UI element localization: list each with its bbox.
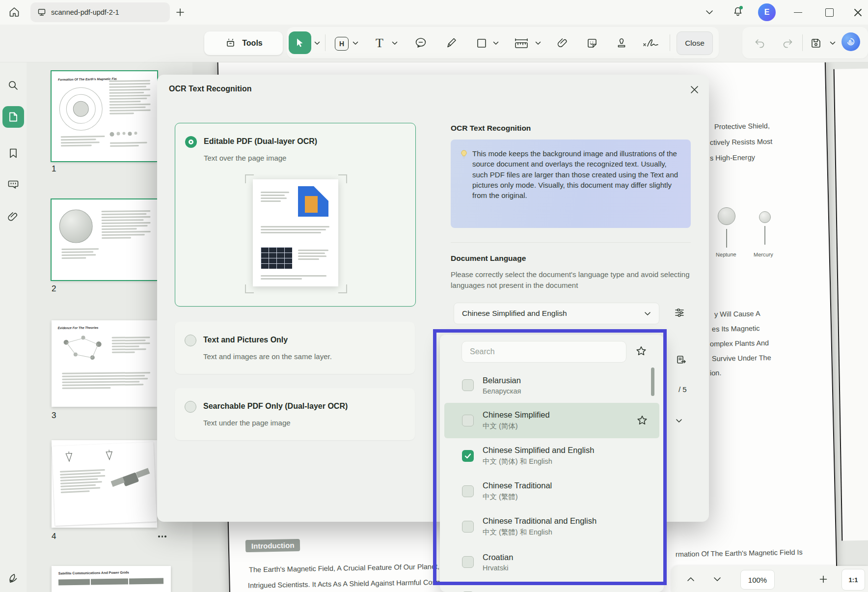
favorites-star-icon[interactable]	[633, 343, 649, 359]
page-number: 3	[52, 411, 56, 421]
maximize-button[interactable]	[823, 6, 836, 19]
attach-tool-icon[interactable]	[554, 34, 571, 52]
new-tab-button[interactable]	[173, 5, 188, 20]
option-searchable-pdf[interactable]: Searchable PDF Only (Dual-layer OCR) Tex…	[175, 388, 415, 440]
measure-tool-icon[interactable]	[512, 34, 531, 52]
zoom-level[interactable]: 100%	[740, 570, 775, 590]
radio-unselected[interactable]	[185, 401, 196, 413]
text-tool-chevron-icon[interactable]	[391, 39, 399, 47]
doc-heading: Introduction	[245, 539, 300, 552]
option-desc: Text under the page image	[203, 419, 291, 427]
language-row-chinese-simplified-english[interactable]: Chinese Simplified and English 中文 (简体) 和…	[444, 438, 659, 474]
page-thumbnail-5[interactable]: Satellite Communications And Power Grids	[52, 566, 171, 592]
actual-size-button[interactable]: 1:1	[841, 569, 865, 591]
save-icon[interactable]	[807, 34, 825, 52]
dialog-close-icon[interactable]	[687, 83, 701, 96]
checkbox-unchecked[interactable]	[462, 556, 474, 568]
heading-tool-icon[interactable]: H	[335, 37, 349, 51]
language-native: Беларуская	[483, 387, 521, 395]
palette-icon[interactable]	[2, 567, 24, 589]
language-row-chinese-simplified[interactable]: Chinese Simplified 中文 (简体)	[444, 403, 659, 438]
option-title: Searchable PDF Only (Dual-layer OCR)	[203, 402, 348, 411]
redo-icon[interactable]	[779, 34, 796, 52]
heading-tool-chevron-icon[interactable]	[352, 39, 359, 47]
language-native: 中文 (简体) 和 English	[483, 457, 594, 466]
ai-assistant-button[interactable]	[841, 32, 860, 51]
text-tool-icon[interactable]: T	[371, 34, 388, 52]
language-row-chinese-traditional[interactable]: Chinese Traditional 中文 (繁體)	[444, 474, 659, 509]
more-options-icon[interactable]	[158, 536, 166, 537]
page-range-icon[interactable]	[674, 353, 688, 367]
language-row-chinese-traditional-english[interactable]: Chinese Traditional and English 中文 (繁體) …	[444, 509, 659, 544]
zoom-in-button[interactable]	[816, 572, 831, 587]
next-page-button[interactable]	[710, 573, 725, 586]
language-settings-icon[interactable]	[672, 305, 687, 320]
language-native: Hrvatski	[483, 564, 513, 572]
planet-illustration	[759, 211, 771, 223]
attachments-icon[interactable]	[2, 206, 24, 228]
doc-text-fragment: es Its Magnetic	[712, 324, 760, 333]
document-tab[interactable]: scanned-pdf-updf-2-1	[30, 2, 170, 22]
dialog-title: OCR Text Recognition	[169, 85, 252, 93]
option-desc: Text over the page image	[204, 154, 286, 162]
language-select-value: Chinese Simplified and English	[462, 309, 567, 318]
page-thumbnail-1[interactable]: Formation Of The Earth's Magnetic Field	[52, 71, 157, 161]
language-search-input[interactable]	[461, 341, 626, 363]
thumbnails-sidebar-icon[interactable]	[2, 106, 24, 128]
row-star-icon[interactable]	[636, 414, 649, 427]
bookmark-icon[interactable]	[2, 142, 24, 164]
user-avatar[interactable]: E	[758, 3, 776, 21]
option-editable-pdf[interactable]: Editable PDF (Dual-layer OCR) Text over …	[175, 123, 416, 307]
language-row-belarusian[interactable]: Belarusian Беларуская	[444, 367, 659, 403]
sticker-tool-icon[interactable]	[583, 34, 601, 52]
language-row-croatian[interactable]: Croatian Hrvatski	[444, 544, 659, 580]
checkbox-unchecked[interactable]	[462, 521, 474, 533]
language-heading: Document Language	[451, 254, 526, 263]
thumb-title: Evidence For The Theories	[57, 326, 98, 330]
language-native: 中文 (繁體) 和 English	[483, 528, 597, 537]
radio-unselected[interactable]	[185, 335, 196, 346]
page-thumbnail-2[interactable]	[52, 199, 157, 280]
checkbox-checked[interactable]	[462, 450, 474, 462]
page-thumbnail-3[interactable]: Evidence For The Theories	[52, 320, 157, 407]
save-chevron-icon[interactable]	[829, 39, 837, 47]
previous-page-button[interactable]	[683, 573, 698, 586]
language-desc: Please correctly select the document's l…	[451, 269, 694, 291]
stamp-tool-icon[interactable]	[613, 34, 630, 52]
checkbox-unchecked[interactable]	[462, 415, 474, 426]
page-thumbnail-4[interactable]	[52, 440, 157, 528]
language-select[interactable]: Chinese Simplified and English	[454, 303, 659, 324]
tools-button[interactable]: Tools	[204, 31, 283, 55]
shape-tool-chevron-icon[interactable]	[492, 39, 500, 47]
scanned-page-edge	[834, 68, 868, 540]
chevron-down-icon[interactable]	[703, 6, 716, 19]
select-tool-button[interactable]	[289, 31, 311, 54]
diagram-line	[764, 226, 765, 245]
checkbox-unchecked[interactable]	[462, 379, 474, 391]
radio-selected[interactable]	[185, 136, 197, 148]
notification-bell-icon[interactable]	[732, 5, 744, 18]
thumb-title: Formation Of The Earth's Magnetic Field	[58, 77, 117, 82]
page-number: 2	[52, 284, 56, 294]
collapsed-select-chevron-icon[interactable]	[673, 416, 685, 425]
planet-label: Neptune	[716, 252, 736, 258]
language-row-czech[interactable]: Czech	[444, 580, 659, 592]
home-button[interactable]	[5, 3, 24, 21]
option-title: Editable PDF (Dual-layer OCR)	[204, 137, 317, 146]
comments-icon[interactable]	[2, 174, 24, 196]
select-tool-chevron-icon[interactable]	[313, 39, 321, 47]
language-native: 中文 (繁體)	[483, 492, 552, 502]
comment-tool-icon[interactable]	[412, 35, 429, 51]
checkbox-unchecked[interactable]	[462, 485, 474, 497]
search-icon[interactable]	[2, 75, 24, 96]
close-document-button[interactable]: Close	[677, 31, 713, 55]
measure-tool-chevron-icon[interactable]	[534, 39, 542, 47]
shape-tool-icon[interactable]	[473, 35, 490, 51]
minimize-button[interactable]	[791, 6, 804, 19]
pen-tool-icon[interactable]	[443, 35, 460, 51]
updf-window: Protective Shield, ctively Resists Most …	[0, 0, 868, 592]
undo-icon[interactable]	[751, 34, 769, 52]
close-window-button[interactable]	[851, 6, 864, 19]
signature-tool-icon[interactable]	[640, 33, 666, 53]
option-text-pictures-only[interactable]: Text and Pictures Only Text and images a…	[175, 322, 415, 374]
